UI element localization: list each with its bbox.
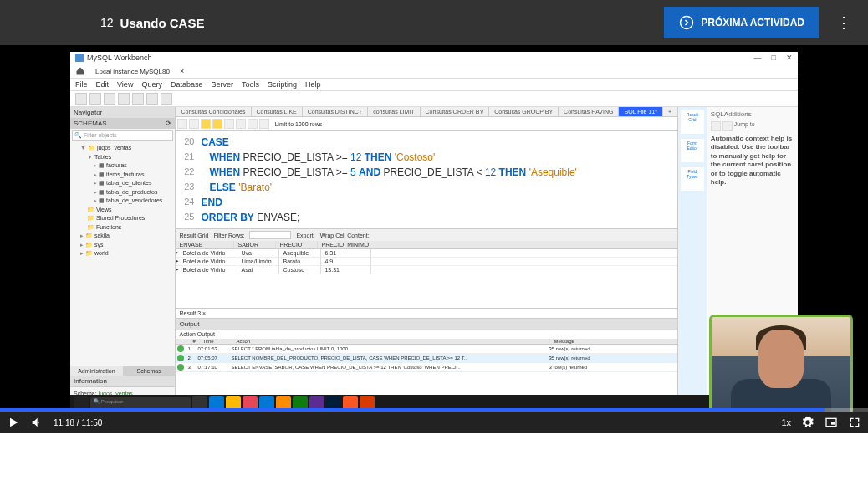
result-grid[interactable]: ENVASESABORPRECIOPRECIO_MINIMO▸Botella d… bbox=[176, 241, 677, 274]
toolbar-button[interactable] bbox=[161, 93, 172, 105]
video-player-controls: 11:18 / 11:50 1x bbox=[0, 412, 868, 433]
toolbar-button[interactable] bbox=[118, 93, 130, 105]
editor-tab[interactable]: Consultas Condicionales bbox=[176, 107, 251, 116]
window-titlebar: MySQL Workbench — □ ✕ bbox=[70, 52, 798, 64]
presenter-webcam bbox=[709, 315, 853, 415]
row-limit-select[interactable]: Limit to 1000 rows bbox=[274, 121, 322, 127]
menu-edit[interactable]: Edit bbox=[96, 80, 110, 89]
editor-tab[interactable]: consultas LIMIT bbox=[368, 107, 420, 116]
navigator-header: Navigator bbox=[70, 107, 175, 118]
result-section: Result Grid Filter Rows: Export: Wrap Ce… bbox=[176, 228, 677, 318]
toolbar-button[interactable] bbox=[236, 119, 246, 129]
close-icon[interactable]: ✕ bbox=[786, 54, 793, 62]
output-header: Output bbox=[176, 319, 677, 330]
filter-rows-input[interactable] bbox=[249, 231, 291, 239]
toolbar-button[interactable] bbox=[75, 93, 87, 105]
play-button[interactable] bbox=[7, 416, 20, 429]
toolbar-button[interactable] bbox=[224, 119, 234, 129]
settings-button[interactable] bbox=[801, 416, 814, 429]
admin-tab[interactable]: Administration bbox=[70, 366, 123, 376]
menu-server[interactable]: Server bbox=[211, 80, 233, 89]
lesson-number: 12 bbox=[100, 16, 114, 29]
next-activity-button[interactable]: PRÓXIMA ACTIVIDAD bbox=[664, 7, 819, 38]
arrow-right-circle-icon bbox=[679, 15, 694, 30]
toolbar-button[interactable] bbox=[189, 119, 199, 129]
editor-tab[interactable]: Consultas ORDER BY bbox=[421, 107, 490, 116]
menu-file[interactable]: File bbox=[75, 80, 88, 89]
mysql-icon bbox=[75, 54, 84, 62]
editor-tab[interactable]: Consultas HAVING bbox=[559, 107, 619, 116]
volume-button[interactable] bbox=[30, 416, 43, 429]
side-panel-item[interactable]: Form Editor bbox=[681, 139, 704, 162]
svg-rect-2 bbox=[831, 422, 835, 424]
menu-view[interactable]: View bbox=[117, 80, 133, 89]
editor-tab[interactable]: Consultas GROUP BY bbox=[489, 107, 559, 116]
output-grid: #TimeActionMessage107:01:53SELECT * FROM… bbox=[176, 339, 677, 372]
menu-bar: FileEditViewQueryDatabaseServerToolsScri… bbox=[70, 79, 798, 91]
output-section: Output Action Output #TimeActionMessage1… bbox=[176, 318, 677, 372]
toolbar-button[interactable] bbox=[132, 93, 144, 105]
menu-scripting[interactable]: Scripting bbox=[268, 80, 297, 89]
toolbar-button[interactable] bbox=[89, 93, 101, 105]
sqladd-header: SQLAdditions bbox=[711, 110, 794, 118]
toolbar-button[interactable] bbox=[177, 119, 187, 129]
side-panel-item[interactable]: Result Grid bbox=[681, 110, 704, 134]
lesson-title: Usando CASE bbox=[120, 16, 205, 30]
fullscreen-button[interactable] bbox=[848, 416, 861, 429]
taskbar-search[interactable]: 🔍 Pesquisar bbox=[90, 397, 191, 409]
information-header: Information bbox=[70, 376, 175, 386]
editor-tabs: Consultas CondicionalesConsultas LIKECon… bbox=[176, 107, 677, 117]
menu-help[interactable]: Help bbox=[305, 80, 321, 89]
result-side-panel: Result GridForm EditorField Types bbox=[677, 107, 707, 400]
navigator-panel: Navigator SCHEMAS⟳ 🔍 Filter objects ▼📁 j… bbox=[70, 107, 176, 400]
svg-point-0 bbox=[681, 17, 693, 29]
menu-database[interactable]: Database bbox=[171, 80, 203, 89]
filter-objects-input[interactable]: 🔍 Filter objects bbox=[72, 130, 173, 141]
new-tab-button[interactable]: + bbox=[663, 107, 677, 116]
schema-tree[interactable]: ▼📁 jugos_ventas ▼Tables▸▦ facturas▸▦ ite… bbox=[70, 142, 175, 260]
schemas-tab[interactable]: Schemas bbox=[123, 366, 176, 376]
maximize-icon[interactable]: □ bbox=[772, 54, 776, 62]
course-topbar: 12 Usando CASE PRÓXIMA ACTIVIDAD ⋮ bbox=[0, 0, 868, 45]
time-display: 11:18 / 11:50 bbox=[54, 418, 102, 427]
editor-toolbar: Limit to 1000 rows bbox=[176, 117, 677, 131]
output-type-select[interactable]: Action Output bbox=[179, 331, 214, 337]
connection-tab[interactable]: Local instance MySQL80 bbox=[90, 67, 175, 76]
more-menu-button[interactable]: ⋮ bbox=[836, 13, 851, 32]
execute-icon[interactable] bbox=[201, 119, 211, 129]
schemas-header: SCHEMAS⟳ bbox=[70, 118, 175, 129]
sql-editor[interactable]: 20CASE21 WHEN PRECIO_DE_LISTA >= 12 THEN… bbox=[176, 131, 677, 228]
connection-tabs: Local instance MySQL80 × bbox=[70, 64, 798, 79]
main-toolbar bbox=[70, 91, 798, 107]
pip-button[interactable] bbox=[825, 416, 838, 429]
toolbar-button[interactable] bbox=[259, 119, 269, 129]
editor-tab[interactable]: Consultas LIKE bbox=[252, 107, 303, 116]
home-icon[interactable] bbox=[75, 66, 85, 76]
editor-tab-active[interactable]: SQL File 11* bbox=[619, 107, 662, 116]
screen-share: MySQL Workbench — □ ✕ Local instance MyS… bbox=[70, 52, 798, 412]
editor-tab[interactable]: Consultas DISTINCT bbox=[303, 107, 368, 116]
execute-step-icon[interactable] bbox=[212, 119, 222, 129]
menu-tools[interactable]: Tools bbox=[242, 80, 259, 89]
toolbar-button[interactable] bbox=[104, 93, 115, 105]
side-panel-item[interactable]: Field Types bbox=[681, 167, 704, 191]
playback-speed-button[interactable]: 1x bbox=[781, 417, 791, 427]
toolbar-button[interactable] bbox=[248, 119, 258, 129]
minimize-icon[interactable]: — bbox=[754, 54, 762, 62]
toolbar-button[interactable] bbox=[722, 121, 733, 131]
video-container: MySQL Workbench — □ ✕ Local instance MyS… bbox=[0, 45, 868, 433]
toolbar-button[interactable] bbox=[711, 121, 721, 131]
context-help-text: Automatic context help is disabled. Use … bbox=[711, 135, 794, 187]
menu-query[interactable]: Query bbox=[141, 80, 162, 89]
result-grid-label: Result Grid bbox=[179, 233, 208, 238]
toolbar-button[interactable] bbox=[146, 93, 158, 105]
result-tab[interactable]: Result 3 × bbox=[176, 308, 677, 318]
